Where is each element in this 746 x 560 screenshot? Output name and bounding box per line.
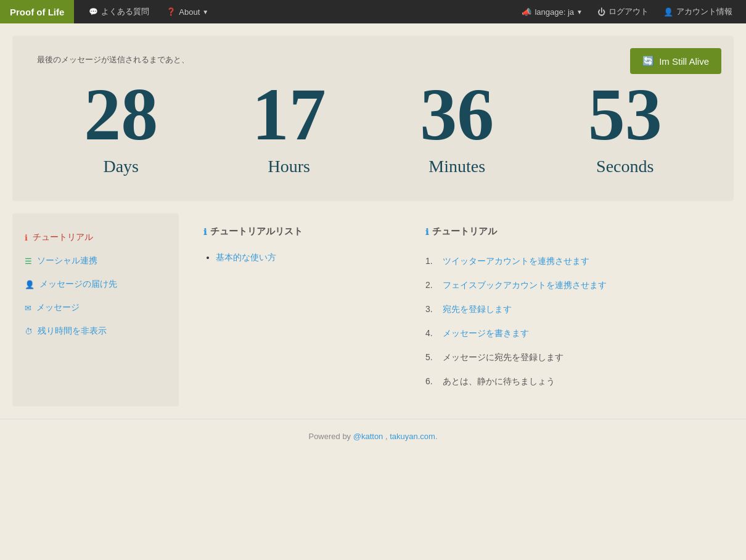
step-6-text: あとは、静かに待ちましょう <box>443 376 555 387</box>
minutes-value: 36 <box>373 78 541 152</box>
navbar: Proof of Life 💬 よくある質問 ❓ About ▼ 📣 langa… <box>0 0 746 23</box>
seconds-value: 53 <box>541 78 710 152</box>
navbar-brand[interactable]: Proof of Life <box>0 0 74 23</box>
clock-icon: ⏱ <box>25 327 33 336</box>
footer: Powered by @katton , takuyan.com. <box>0 419 746 453</box>
megaphone-icon: 📣 <box>522 7 531 17</box>
katton-link[interactable]: @katton <box>353 432 383 441</box>
minutes-unit: Minutes <box>373 157 541 176</box>
logout-button[interactable]: ⏻ ログアウト <box>590 0 656 23</box>
info-icon: ℹ <box>203 227 207 237</box>
tutorial-link[interactable]: チュートリアル <box>33 232 93 243</box>
hide-time-nav-item[interactable]: ⏱ 残り時間を非表示 <box>25 319 166 343</box>
countdown-label: 最後のメッセージが送信されるまであと、 <box>37 54 709 65</box>
hours-unit: Hours <box>205 157 374 176</box>
left-panel: ℹ チュートリアル ☰ ソーシャル連携 👤 メッセージの届け先 ✉ メッセージ … <box>12 213 179 406</box>
minutes-counter: 36 Minutes <box>373 78 541 176</box>
hide-time-link[interactable]: 残り時間を非表示 <box>38 326 107 337</box>
list-item: 6. あとは、静かに待ちましょう <box>425 370 721 394</box>
list-item: 5. メッセージに宛先を登録します <box>425 346 721 370</box>
refresh-icon: 🔄 <box>642 56 654 67</box>
navbar-right: 📣 langage: ja ▼ ⏻ ログアウト 👤 アカウント情報 <box>514 0 746 23</box>
info-icon-right: ℹ <box>425 227 428 237</box>
im-still-alive-button[interactable]: 🔄 Im Still Alive <box>630 48 721 74</box>
envelope-icon: ✉ <box>25 303 31 313</box>
message-link[interactable]: メッセージ <box>36 302 80 313</box>
days-value: 28 <box>37 78 205 152</box>
days-unit: Days <box>37 157 205 176</box>
powered-by-text: Powered by <box>308 432 353 441</box>
chat-icon: 💬 <box>89 7 98 16</box>
question-icon: ❓ <box>166 7 176 16</box>
list-item: 基本的な使い方 <box>216 250 401 266</box>
hours-counter: 17 Hours <box>205 78 374 176</box>
navbar-link-about[interactable]: ❓ About ▼ <box>158 0 217 23</box>
middle-panel-title: ℹ チュートリアルリスト <box>203 226 401 237</box>
main-container: 最後のメッセージが送信されるまであと、 28 Days 17 Hours 36 … <box>0 23 746 406</box>
days-counter: 28 Days <box>37 78 205 176</box>
seconds-unit: Seconds <box>541 157 710 176</box>
list-item: 3. 宛先を登録します <box>425 298 721 322</box>
step-3-link[interactable]: 宛先を登録します <box>443 304 512 315</box>
exclamation-icon: ℹ <box>25 233 28 242</box>
social-link[interactable]: ソーシャル連携 <box>37 255 97 266</box>
chevron-down-icon: ▼ <box>576 9 583 15</box>
list-item: 2. フェイスブックアカウントを連携させます <box>425 274 721 298</box>
hours-value: 17 <box>205 78 374 152</box>
step-2-link[interactable]: フェイスブックアカウントを連携させます <box>443 280 607 291</box>
right-panel: ℹ チュートリアル 1. ツイッターアカウントを連携させます 2. フェイスブッ… <box>413 213 734 406</box>
power-icon: ⏻ <box>597 7 605 17</box>
seconds-counter: 53 Seconds <box>541 78 710 176</box>
tutorial-nav-item[interactable]: ℹ チュートリアル <box>25 226 166 249</box>
tutorial-list-link[interactable]: 基本的な使い方 <box>216 252 276 262</box>
user-nav-icon: 👤 <box>25 280 35 289</box>
tutorial-list: 基本的な使い方 <box>203 250 401 266</box>
step-1-link[interactable]: ツイッターアカウントを連携させます <box>443 256 589 267</box>
navbar-link-faq[interactable]: 💬 よくある質問 <box>80 0 158 23</box>
language-selector[interactable]: 📣 langage: ja ▼ <box>514 0 590 23</box>
middle-panel: ℹ チュートリアルリスト 基本的な使い方 <box>191 213 413 406</box>
countdown-numbers: 28 Days 17 Hours 36 Minutes 53 Seconds <box>37 72 709 183</box>
step-4-link[interactable]: メッセージを書きます <box>443 328 529 339</box>
account-info-button[interactable]: 👤 アカウント情報 <box>656 0 740 23</box>
footer-separator: , <box>383 432 390 441</box>
recipients-link[interactable]: メッセージの届け先 <box>39 279 117 290</box>
step-5-text: メッセージに宛先を登録します <box>443 352 564 363</box>
list-item: 1. ツイッターアカウントを連携させます <box>425 250 721 274</box>
rss-icon: ☰ <box>25 257 32 266</box>
countdown-section: 最後のメッセージが送信されるまであと、 28 Days 17 Hours 36 … <box>12 36 734 201</box>
message-nav-item[interactable]: ✉ メッセージ <box>25 296 166 319</box>
steps-list: 1. ツイッターアカウントを連携させます 2. フェイスブックアカウントを連携さ… <box>425 250 721 394</box>
social-nav-item[interactable]: ☰ ソーシャル連携 <box>25 249 166 273</box>
footer-period: . <box>435 432 438 441</box>
right-panel-title: ℹ チュートリアル <box>425 226 721 237</box>
list-item: 4. メッセージを書きます <box>425 322 721 346</box>
chevron-down-icon: ▼ <box>202 9 208 15</box>
takuyan-link[interactable]: takuyan.com <box>390 432 435 441</box>
bottom-section: ℹ チュートリアル ☰ ソーシャル連携 👤 メッセージの届け先 ✉ メッセージ … <box>12 213 734 406</box>
user-icon: 👤 <box>663 7 673 17</box>
recipients-nav-item[interactable]: 👤 メッセージの届け先 <box>25 273 166 296</box>
navbar-links: 💬 よくある質問 ❓ About ▼ <box>74 0 514 23</box>
